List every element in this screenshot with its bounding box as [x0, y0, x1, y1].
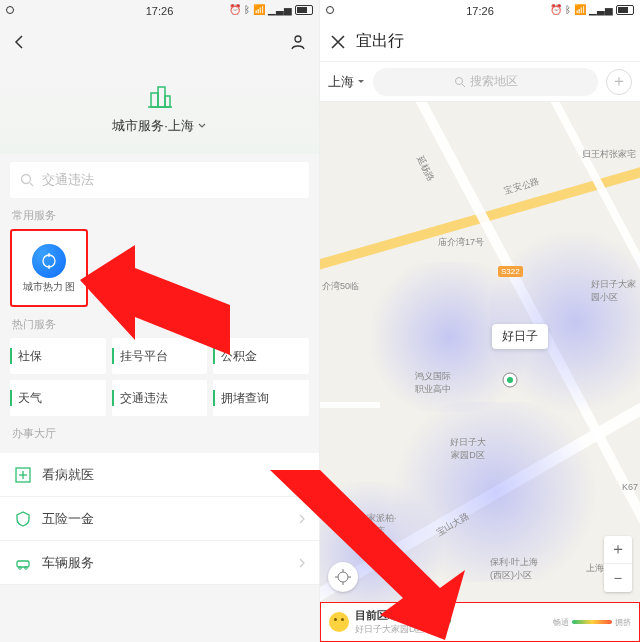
- svg-point-14: [19, 566, 22, 569]
- hot-item[interactable]: 挂号平台: [112, 338, 208, 374]
- poi-label: 介湾50临: [322, 280, 359, 293]
- section-hall-title: 办事大厅: [0, 416, 319, 447]
- zoom-out-button[interactable]: －: [604, 564, 632, 592]
- search-icon: [454, 76, 466, 88]
- svg-point-20: [338, 572, 348, 582]
- poi-label: 庙介湾17号: [438, 236, 484, 249]
- poi-label: 鸿义国际 职业高中: [415, 370, 451, 396]
- page-title: 宜出行: [356, 31, 404, 52]
- city-value: 上海: [328, 73, 354, 91]
- hot-item[interactable]: 交通违法: [112, 380, 208, 416]
- heat-overlay: [490, 222, 640, 422]
- hall-item[interactable]: 车辆服务: [0, 541, 319, 585]
- hot-item[interactable]: 社保: [10, 338, 106, 374]
- hall-item[interactable]: 看病就医: [0, 453, 319, 497]
- map-pin-icon: [500, 370, 520, 390]
- heat-overlay: [320, 482, 450, 622]
- page-header: [0, 22, 319, 62]
- poi-label: 如家派柏· 云酒店: [358, 512, 397, 538]
- bluetooth-icon: ᛒ: [565, 4, 571, 15]
- map-canvas[interactable]: 归王村张家宅 宝安公路 庙介湾17号 介湾50临 好日子大家 园小区 鸿义国际 …: [320, 102, 640, 642]
- close-icon[interactable]: [330, 34, 346, 50]
- medical-icon: [14, 466, 32, 484]
- battery-icon: [295, 5, 313, 15]
- search-icon: [20, 173, 34, 187]
- car-icon: [14, 554, 32, 572]
- city-icon: [145, 81, 175, 111]
- search-input[interactable]: 交通违法: [10, 162, 309, 198]
- user-icon[interactable]: [289, 33, 307, 51]
- smile-icon: [329, 612, 349, 632]
- road: [320, 402, 380, 408]
- city-dropdown[interactable]: 上海: [328, 73, 365, 91]
- notification-dot-icon: [326, 6, 334, 14]
- section-hot-title: 热门服务: [0, 307, 319, 338]
- hero-section: 城市服务·上海: [0, 62, 319, 154]
- hall-label: 车辆服务: [42, 554, 94, 572]
- svg-point-19: [507, 377, 513, 383]
- svg-point-0: [295, 36, 301, 42]
- chevron-right-icon: [297, 514, 307, 524]
- status-badge: 畅通: [425, 608, 451, 623]
- bluetooth-icon: ᛒ: [244, 4, 250, 15]
- status-bar: 17:26 ⏰ ᛒ 📶 ▁▃▅: [320, 0, 640, 22]
- poi-label: 归王村张家宅: [582, 148, 636, 161]
- back-icon[interactable]: [12, 34, 28, 50]
- wifi-icon: 📶: [253, 4, 265, 15]
- caret-down-icon: [357, 78, 365, 86]
- search-placeholder: 交通违法: [42, 171, 94, 189]
- signal-icon: ▁▃▅: [268, 4, 292, 15]
- alarm-icon: ⏰: [550, 4, 562, 15]
- chevron-right-icon: [297, 558, 307, 568]
- poi-label: 好日子大 家园D区: [450, 436, 486, 462]
- density-bar[interactable]: 目前区域人数 畅通 好日子大家园D区 畅通 拥挤: [320, 602, 640, 642]
- hot-services-grid: 社保 挂号平台 公积金 天气 交通违法 拥堵查询: [0, 338, 319, 416]
- insurance-icon: [14, 510, 32, 528]
- left-phone: 17:26 ⏰ ᛒ 📶 ▁▃▅ 城市服务·上海 交通违法 常用服务: [0, 0, 320, 642]
- city-label: 城市服务·上海: [112, 117, 194, 135]
- density-sub: 好日子大家园D区: [355, 623, 451, 636]
- zoom-control: ＋ －: [604, 536, 632, 592]
- search-input[interactable]: 搜索地区: [373, 68, 598, 96]
- density-title: 目前区域人数: [355, 608, 421, 623]
- search-placeholder: 搜索地区: [470, 73, 518, 90]
- svg-rect-2: [158, 87, 165, 107]
- legend-bar-icon: [572, 620, 612, 624]
- hot-item[interactable]: 公积金: [213, 338, 309, 374]
- hall-label: 五险一金: [42, 510, 94, 528]
- city-selector[interactable]: 城市服务·上海: [112, 117, 207, 135]
- hall-list: 看病就医 五险一金 车辆服务: [0, 453, 319, 585]
- right-phone: 17:26 ⏰ ᛒ 📶 ▁▃▅ 宜出行 上海 搜索地区 ＋: [320, 0, 640, 642]
- svg-line-6: [30, 183, 33, 186]
- hot-item[interactable]: 拥堵查询: [213, 380, 309, 416]
- chevron-right-icon: [297, 470, 307, 480]
- status-bar: 17:26 ⏰ ᛒ 📶 ▁▃▅: [0, 0, 319, 22]
- wifi-icon: 📶: [574, 4, 586, 15]
- hall-item[interactable]: 五险一金: [0, 497, 319, 541]
- svg-point-5: [22, 175, 31, 184]
- heatmap-card[interactable]: 城市热力 图: [10, 229, 88, 307]
- locate-button[interactable]: [328, 562, 358, 592]
- svg-rect-3: [165, 96, 170, 107]
- signal-icon: ▁▃▅: [589, 4, 613, 15]
- battery-icon: [616, 5, 634, 15]
- page-header: 宜出行: [320, 22, 640, 62]
- density-legend: 畅通 拥挤: [553, 617, 631, 628]
- orange-badge: S322: [498, 266, 523, 277]
- heatmap-icon: [32, 244, 66, 278]
- svg-point-15: [25, 566, 28, 569]
- status-time: 17:26: [466, 5, 494, 17]
- poi-label: 好日子大家 园小区: [591, 278, 636, 304]
- poi-label: 保利·叶上海 (西区)小区: [490, 556, 538, 582]
- poi-label: K67: [622, 482, 638, 492]
- notification-dot-icon: [6, 6, 14, 14]
- search-row: 上海 搜索地区 ＋: [320, 62, 640, 102]
- add-button[interactable]: ＋: [606, 69, 632, 95]
- section-common-title: 常用服务: [0, 198, 319, 229]
- chevron-down-icon: [197, 121, 207, 131]
- hall-label: 看病就医: [42, 466, 94, 484]
- zoom-in-button[interactable]: ＋: [604, 536, 632, 564]
- hot-item[interactable]: 天气: [10, 380, 106, 416]
- svg-point-16: [455, 77, 462, 84]
- map-callout[interactable]: 好日子: [492, 324, 548, 349]
